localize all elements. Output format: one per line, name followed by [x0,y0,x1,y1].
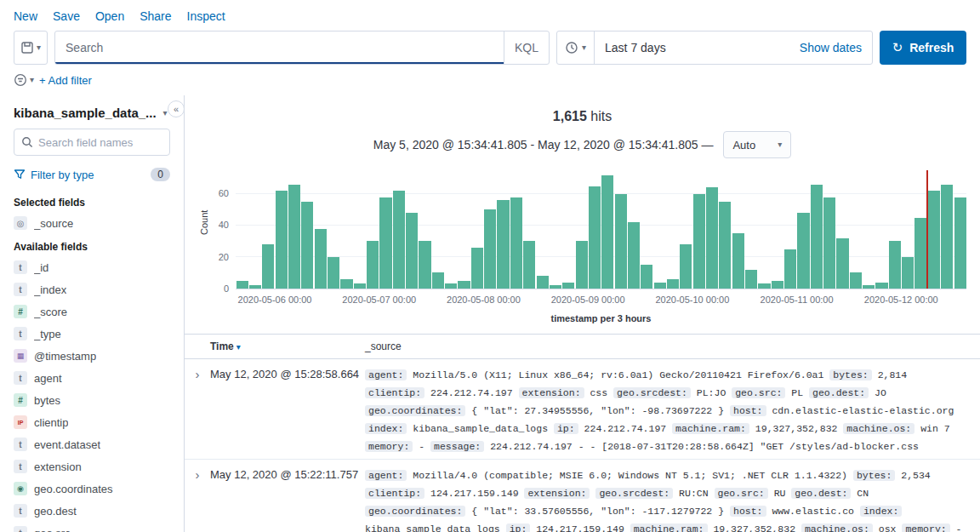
histogram-bar[interactable] [276,191,288,289]
histogram-bar[interactable] [719,202,731,289]
column-header-time[interactable]: Time▾ [210,340,365,352]
histogram-bar[interactable] [550,285,561,289]
histogram-bar[interactable] [615,194,627,289]
histogram-bar[interactable] [484,209,496,289]
hits-header: 1,615 hits [185,104,980,131]
histogram-bar[interactable] [354,283,366,289]
doc-time-cell: May 12, 2020 @ 15:28:58.664 [210,366,365,460]
field-search-input[interactable] [38,136,162,149]
field-item-extension[interactable]: textension [14,455,170,478]
field-item-geo.dest[interactable]: tgeo.dest [14,500,170,522]
histogram-bar[interactable] [589,186,601,289]
selected-fields-list: ◎_source [14,212,170,234]
histogram-bars [236,170,966,289]
histogram-bar[interactable] [875,283,887,289]
field-item-agent[interactable]: tagent [14,367,170,389]
histogram-bar[interactable] [628,222,640,289]
nav-inspect[interactable]: Inspect [187,9,225,23]
histogram-bar[interactable] [576,241,588,289]
histogram-bar[interactable] [328,257,339,289]
histogram-bar[interactable] [941,185,953,289]
show-dates-link[interactable]: Show dates [800,41,872,54]
field-item-clientip[interactable]: IPclientip [14,411,170,433]
histogram-bar[interactable] [914,218,926,289]
histogram-bar[interactable] [236,281,248,289]
histogram-bar[interactable] [902,257,914,289]
histogram-bar[interactable] [863,285,875,289]
search-input[interactable] [55,41,504,54]
nav-new[interactable]: New [14,9,37,23]
histogram-bar[interactable] [497,200,509,289]
histogram-bar[interactable] [680,244,692,289]
histogram-bar[interactable] [601,175,613,289]
histogram-bar[interactable] [693,194,705,289]
histogram-bar[interactable] [340,279,352,289]
histogram-bar[interactable] [471,248,483,289]
histogram-bar[interactable] [315,229,327,289]
histogram-bar[interactable] [406,213,418,289]
histogram-bar[interactable] [836,238,848,289]
nav-save[interactable]: Save [53,9,80,23]
saved-query-menu-button[interactable]: ▾ [14,31,48,65]
histogram-bar[interactable] [432,272,444,289]
histogram-bar[interactable] [419,241,430,289]
histogram-bar[interactable] [367,241,379,289]
field-item-_source[interactable]: ◎_source [14,212,170,234]
histogram-bar[interactable] [641,265,652,289]
field-item-_type[interactable]: t_type [14,323,170,345]
histogram-bar[interactable] [445,283,457,289]
histogram-bar[interactable] [523,241,535,289]
histogram-bar[interactable] [458,281,470,289]
string-token-icon: t [14,460,27,473]
histogram-bar[interactable] [772,281,783,289]
field-item-_index[interactable]: t_index [14,278,170,300]
histogram-bar[interactable] [249,285,261,289]
x-axis-labels: 2020-05-06 00:002020-05-07 00:002020-05-… [236,295,966,310]
histogram-bar[interactable] [732,233,744,289]
histogram-bar[interactable] [562,283,574,289]
histogram-bar[interactable] [889,241,901,289]
field-item-_score[interactable]: #_score [14,300,170,323]
field-item-bytes[interactable]: #bytes [14,389,170,411]
field-item-_id[interactable]: t_id [14,256,170,278]
histogram-bar[interactable] [706,187,718,289]
histogram-bar[interactable] [797,213,809,289]
filter-by-type-button[interactable]: Filter by type 0 [14,166,170,190]
field-name-badge: geo.coordinates: [365,405,465,416]
clock-icon [565,41,578,54]
histogram-bar[interactable] [510,197,522,289]
histogram-bar[interactable] [784,249,796,289]
expand-row-button[interactable]: › [185,366,210,381]
index-pattern-selector[interactable]: kibana_sample_data_... ▾ [14,102,170,129]
histogram-bar[interactable] [379,197,391,289]
filter-options-button[interactable]: ▾ [14,73,34,87]
histogram-bar[interactable] [745,270,757,289]
field-item-@timestamp[interactable]: ▦@timestamp [14,345,170,367]
kql-switch[interactable]: KQL [504,31,549,64]
histogram-bar[interactable] [850,272,862,289]
field-item-event.dataset[interactable]: tevent.dataset [14,433,170,455]
histogram-bar[interactable] [667,279,679,289]
histogram-bar[interactable] [811,185,823,289]
histogram-bar[interactable] [301,202,313,289]
refresh-button[interactable]: ↻ Refresh [880,31,966,65]
add-filter-link[interactable]: + Add filter [39,74,92,87]
histogram-bar[interactable] [823,197,835,289]
histogram-bar[interactable] [393,191,405,289]
nav-open[interactable]: Open [95,9,124,23]
histogram-bar[interactable] [954,197,966,289]
nav-share[interactable]: Share [140,9,171,23]
histogram-bar[interactable] [654,283,666,289]
histogram-bar[interactable] [928,191,940,289]
time-picker-quick-menu-button[interactable]: ▾ [557,31,595,64]
histogram-bar[interactable] [758,283,770,289]
time-range-value[interactable]: Last 7 days [595,41,676,54]
interval-select[interactable]: Auto ▾ [723,131,791,158]
collapse-sidebar-button[interactable]: « [168,100,185,117]
histogram-bar[interactable] [262,244,274,289]
field-item-geo.coordinates[interactable]: ◉geo.coordinates [14,478,170,500]
field-item-geo.src[interactable]: tgeo.src [14,522,170,532]
histogram-bar[interactable] [288,185,300,289]
expand-row-button[interactable]: › [185,466,210,482]
histogram-bar[interactable] [537,276,549,289]
